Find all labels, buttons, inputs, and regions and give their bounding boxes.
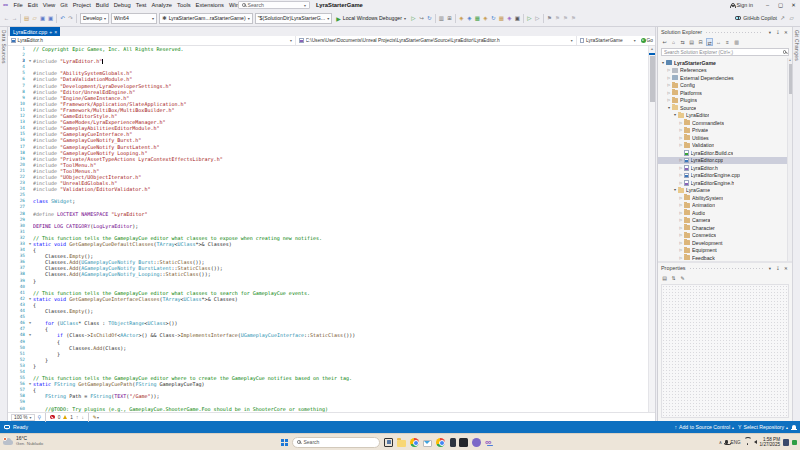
code-line[interactable]: 60 //@TODO: Try plugins (e.g., GameplayC… (8, 406, 655, 412)
quick-search-box[interactable]: Search ▾ (238, 1, 310, 9)
next-issue-icon[interactable]: ↓ (81, 415, 83, 420)
refresh-icon[interactable]: ↻ (426, 14, 433, 22)
menu-view[interactable]: View (40, 0, 57, 10)
code-editor[interactable]: 1// Copyright Epic Games, Inc. All Right… (8, 46, 655, 412)
data-sources-tab[interactable]: Data Sources (1, 30, 6, 64)
close-tab-icon[interactable]: × (54, 29, 57, 35)
startup-project-dropdown[interactable]: ✱ LyraStarterGam...raStarterGame)▾ (159, 13, 253, 24)
maximize-button[interactable]: ▢ (774, 0, 787, 10)
start-button[interactable] (281, 439, 288, 446)
tree-item-validation[interactable]: ▷Validation (658, 142, 792, 150)
tree-item-lyraeditorengine-cpp[interactable]: ▷LyraEditorEngine.cpp (658, 172, 792, 180)
editor-vertical-scrollbar[interactable]: ▲ (648, 46, 655, 412)
tree-item-external-dependencies[interactable]: ▷External Dependencies (658, 74, 792, 82)
document-tab[interactable]: LyraEditor.cpp + × (10, 27, 60, 36)
quick-build-icon[interactable]: ▦ (498, 14, 505, 22)
property-pages-icon[interactable]: ✎ (679, 274, 686, 282)
save-icon[interactable]: ▣ (39, 14, 46, 22)
show-hidden-icons-chevron[interactable]: ∧ (719, 440, 722, 445)
deploy-icon[interactable]: ◈ (482, 14, 489, 22)
menu-extensions[interactable]: Extensions (193, 0, 226, 10)
navigate-back-icon[interactable]: ← (3, 14, 10, 22)
tree-item-utilities[interactable]: ▷Utilities (658, 134, 792, 142)
navigate-forward-icon[interactable]: → (11, 14, 18, 22)
menu-edit[interactable]: Edit (25, 0, 40, 10)
mail-icon[interactable] (423, 440, 432, 447)
go-button[interactable]: ▸ Go (639, 38, 655, 43)
pending-changes-filter-icon[interactable]: ▤ (688, 38, 695, 46)
chevron-down-icon[interactable]: ▾ (767, 266, 773, 271)
visual-studio-taskbar-item[interactable]: ∞ (485, 438, 491, 447)
feedback-icon[interactable]: ▱ (788, 14, 795, 22)
properties-title-bar[interactable]: Properties ▾ ↧ ✕ (658, 263, 792, 273)
menu-git[interactable]: Git (58, 0, 70, 10)
previous-bookmark-icon[interactable]: ⚑ (554, 14, 561, 22)
tray-app-icon[interactable] (783, 439, 789, 446)
command-arguments-dropdown[interactable]: "$(SolutionDir)LyraStarterG...▾ (255, 13, 332, 24)
menu-debug[interactable]: Debug (111, 0, 133, 10)
switch-views-icon[interactable]: ⇆ (679, 38, 686, 46)
wifi-icon[interactable] (744, 440, 751, 445)
scroll-up-icon[interactable]: ▲ (649, 46, 655, 52)
previous-issue-icon[interactable]: ↑ (76, 415, 78, 420)
chrome-icon[interactable] (410, 438, 419, 447)
add-to-source-control-button[interactable]: ↑ Add to Source Control ▴ (674, 424, 734, 430)
chrome-profile-icon[interactable] (436, 438, 445, 447)
redo-icon[interactable]: ↷ (67, 14, 74, 22)
task-view-icon[interactable] (384, 438, 393, 447)
batch-build-icon[interactable]: ▦ (474, 14, 481, 22)
tree-item-plugins[interactable]: ▷Plugins (658, 97, 792, 105)
unreal-refresh-icon[interactable]: ↻ (490, 14, 497, 22)
home-icon[interactable]: ⌂ (670, 38, 677, 46)
scrollbar-thumb[interactable] (650, 56, 655, 102)
menu-tools[interactable]: Tools (175, 0, 194, 10)
nav-member-dropdown[interactable]: LyraEditor.h ▾ (8, 36, 296, 45)
tree-item-camera[interactable]: ▷Camera (658, 217, 792, 225)
preview-selected-icon[interactable]: ▥ (733, 38, 740, 46)
new-file-icon[interactable]: ▤ (23, 14, 30, 22)
scrollbar-thumb[interactable] (789, 64, 793, 94)
microphone-icon[interactable] (725, 440, 727, 444)
debug-tests-icon[interactable]: ▷ (534, 14, 541, 22)
edit-indicator-icon[interactable]: ✎▾ (93, 415, 99, 420)
solution-platforms-dropdown[interactable]: Win64▾ (111, 13, 157, 24)
pin-icon[interactable]: ↧ (775, 30, 781, 35)
tree-item-commandlets[interactable]: ▷Commandlets (658, 119, 792, 127)
tree-item-feedback[interactable]: ▷Feedback (658, 254, 792, 261)
menu-file[interactable]: File (11, 0, 25, 10)
tree-item-platforms[interactable]: ▷Platforms (658, 89, 792, 97)
close-button[interactable]: ✕ (787, 0, 800, 10)
notifications-bell-icon[interactable] (792, 425, 796, 429)
tree-item-lyragame[interactable]: ▼LyraGame (658, 187, 792, 195)
tree-item-abilitysystem[interactable]: ▷AbilitySystem (658, 194, 792, 202)
tree-item-development[interactable]: ▷Development (658, 239, 792, 247)
feedback-icon[interactable] (4, 425, 10, 429)
git-changes-tab[interactable]: Git Changes (794, 30, 799, 61)
tree-item-config[interactable]: ▷Config (658, 82, 792, 90)
pin-tab-icon[interactable]: + (49, 29, 52, 35)
error-count[interactable]: 0 (58, 415, 61, 420)
settings-icon[interactable]: ≡ (724, 38, 731, 46)
solution-explorer-title-bar[interactable]: Solution Explorer ▾ ↧ ✕ (658, 27, 792, 37)
pin-icon[interactable]: ↧ (775, 266, 781, 271)
compile-icon[interactable]: ◈ (506, 14, 513, 22)
sync-with-active-document-icon[interactable]: ⇄ (706, 38, 713, 46)
tree-item-private[interactable]: ▷Private (658, 127, 792, 135)
clock[interactable]: 1:58 PM 1/27/2025 (760, 437, 780, 448)
tree-item-references[interactable]: ▷References (658, 67, 792, 75)
solution-configurations-dropdown[interactable]: Develop▾ (80, 13, 109, 24)
menu-project[interactable]: Project (70, 0, 93, 10)
select-repository-button[interactable]: Y Select Repository ▴ (738, 424, 788, 430)
share-icon[interactable]: ↗ (779, 14, 786, 22)
menu-test[interactable]: Test (133, 0, 149, 10)
tree-item-lyraeditor-cpp[interactable]: ▷LyraEditor.cpp (658, 157, 792, 165)
categorized-icon[interactable]: ▤ (661, 274, 668, 282)
solution-explorer-scrollbar[interactable]: ▲ (787, 58, 792, 261)
alignment-icon[interactable]: ↔ (715, 38, 722, 46)
phone-link-icon[interactable] (450, 438, 456, 447)
split-window-icon[interactable]: ▥ (438, 14, 445, 22)
weather-widget[interactable]: 16°C Gen. Nublado (3, 435, 43, 447)
volume-icon[interactable] (754, 440, 757, 444)
zoom-level-dropdown[interactable]: 100 % ▾ (11, 414, 35, 421)
tray-notification-icon[interactable] (792, 440, 797, 445)
